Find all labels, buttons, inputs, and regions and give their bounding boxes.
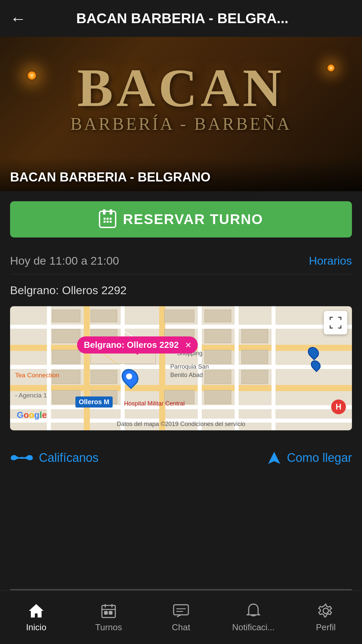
decorative-light-right [327, 64, 335, 72]
rate-label: Califícanos [39, 451, 99, 465]
nav-label-inicio: Inicio [26, 622, 47, 633]
calendar-icon [99, 211, 116, 228]
directions-icon [267, 450, 282, 465]
page-title: BACAN BARBERIA - BELGRA... [33, 10, 352, 26]
rate-button[interactable]: Califícanos [10, 451, 99, 465]
svg-rect-7 [109, 611, 112, 614]
hours-text: Hoy de 11:00 a 21:00 [10, 254, 119, 267]
svg-marker-1 [29, 604, 44, 618]
svg-point-12 [323, 608, 328, 613]
map-location-pin [122, 368, 138, 386]
decorative-light-left [27, 70, 37, 80]
nav-item-turnos[interactable]: Turnos [72, 597, 145, 638]
svg-rect-8 [174, 605, 188, 615]
content-area: RESERVAR TURNO Hoy de 11:00 a 21:00 Hora… [0, 201, 362, 472]
directions-button[interactable]: Como llegar [267, 450, 352, 465]
map-background: Tea Connection - Agencia 1 Parroquia San… [10, 306, 352, 430]
map-label-agencia: - Agencia 1 [15, 392, 47, 399]
map-label-tea: Tea Connection [15, 372, 59, 379]
action-row: Califícanos Como llegar [10, 440, 352, 472]
home-icon [27, 602, 45, 620]
address-row: Belgrano: Olleros 2292 [10, 274, 352, 306]
bell-icon [245, 602, 262, 620]
reserve-button[interactable]: RESERVAR TURNO [10, 201, 352, 237]
parroquia-pin [309, 358, 322, 372]
nav-item-chat[interactable]: Chat [145, 597, 217, 638]
svg-rect-6 [105, 611, 107, 614]
hospital-marker: H [331, 399, 346, 414]
nav-item-perfil[interactable]: Perfil [290, 597, 362, 638]
nav-label-turnos: Turnos [95, 622, 122, 633]
nav-label-perfil: Perfil [316, 622, 336, 633]
map-container[interactable]: Tea Connection - Agencia 1 Parroquia San… [10, 306, 352, 430]
nav-label-chat: Chat [172, 622, 190, 633]
hours-row: Hoy de 11:00 a 21:00 Horarios [10, 248, 352, 274]
hero-business-name: BACAN BARBERIA - BELGRANO [10, 170, 210, 184]
calendar-nav-icon [100, 602, 117, 620]
map-tooltip-text: Belgrano: Olleros 2292 [84, 340, 179, 350]
back-button[interactable]: ← [10, 9, 26, 28]
reserve-button-label: RESERVAR TURNO [123, 211, 263, 227]
map-expand-button[interactable] [324, 311, 347, 334]
svg-marker-0 [268, 452, 280, 464]
map-metro-label: Olleros M [75, 396, 113, 408]
bottom-nav: Inicio Turnos Chat [0, 590, 362, 644]
tooltip-close-button[interactable]: ✕ [185, 341, 191, 350]
google-logo: Google [17, 410, 47, 420]
chat-icon [172, 602, 190, 620]
directions-label: Como llegar [287, 451, 352, 465]
mustache-icon [10, 452, 34, 464]
hero-bacan-text: BACAN [77, 57, 285, 119]
svg-rect-2 [102, 605, 115, 618]
hours-link[interactable]: Horarios [309, 254, 352, 267]
map-label-parroquia: Parroquia San [170, 363, 209, 370]
header: ← BACAN BARBERIA - BELGRA... [0, 0, 362, 37]
hero-barberia-text: BARBERÍA - BARBEÑA [70, 114, 292, 134]
nav-item-notificaciones[interactable]: Notificaci... [217, 597, 290, 638]
nav-label-notificaciones: Notificaci... [232, 622, 275, 633]
map-copyright: Datos del mapa ©2019 Condiciones del ser… [117, 421, 245, 428]
pin-inner [125, 372, 133, 380]
address-text: Belgrano: Olleros 2292 [10, 284, 127, 297]
map-label-hospital: Hospital Militar Central [124, 400, 185, 407]
map-tooltip: Belgrano: Olleros 2292 ✕ [77, 336, 198, 354]
hero-image: BACAN BARBERÍA - BARBEÑA BACAN BARBERIA … [0, 37, 362, 191]
gear-icon [317, 602, 335, 620]
map-label-benito: Benito Abad [170, 372, 203, 379]
nav-item-inicio[interactable]: Inicio [0, 597, 72, 638]
